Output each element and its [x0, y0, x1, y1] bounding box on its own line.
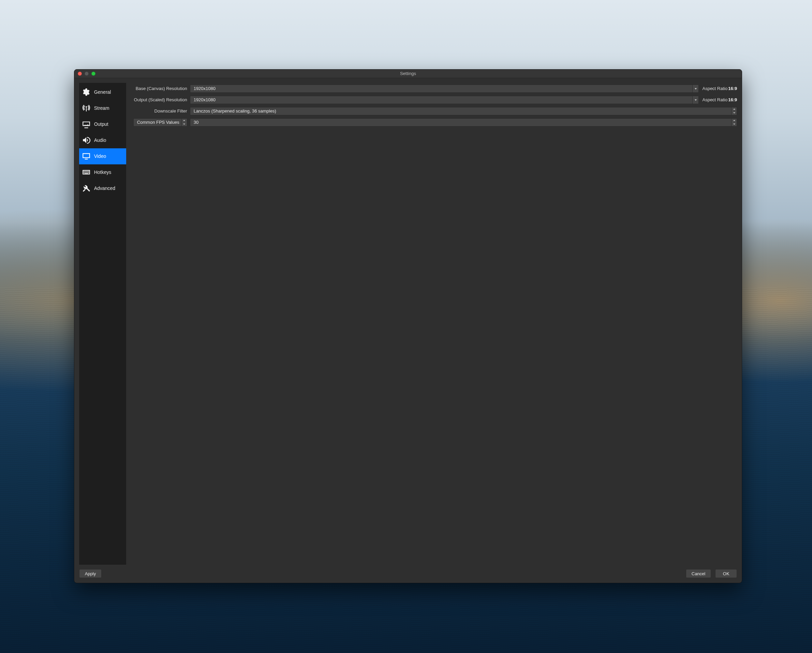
base-resolution-row: Base (Canvas) Resolution 1920x1080 Aspec…	[131, 84, 737, 93]
settings-sidebar: General Stream Output Audio	[79, 83, 126, 565]
keyboard-icon	[81, 167, 92, 177]
gear-icon	[81, 87, 92, 97]
antenna-icon	[81, 103, 92, 113]
window-controls	[74, 72, 96, 76]
fps-mode-select[interactable]: Common FPS Values	[133, 118, 187, 127]
speaker-icon	[81, 135, 92, 145]
video-settings-panel: Base (Canvas) Resolution 1920x1080 Aspec…	[131, 83, 737, 565]
output-resolution-label: Output (Scaled) Resolution	[131, 97, 187, 102]
maximize-icon[interactable]	[92, 72, 96, 76]
tools-icon	[81, 183, 92, 193]
sidebar-item-hotkeys[interactable]: Hotkeys	[79, 164, 126, 180]
chevron-down-icon[interactable]	[692, 96, 698, 104]
sidebar-item-label: Hotkeys	[94, 169, 111, 175]
fps-value: 30	[194, 120, 198, 125]
sidebar-item-label: Stream	[94, 105, 110, 111]
dialog-footer: Apply Cancel OK	[74, 568, 742, 583]
sidebar-item-label: Advanced	[94, 186, 115, 191]
sidebar-item-label: General	[94, 89, 111, 95]
downscale-filter-value: Lanczos (Sharpened scaling, 36 samples)	[194, 108, 276, 114]
close-icon[interactable]	[78, 72, 82, 76]
output-icon	[81, 119, 92, 129]
output-resolution-aspect: Aspect Ratio16:9	[702, 97, 737, 102]
sidebar-item-label: Output	[94, 121, 108, 127]
base-resolution-aspect: Aspect Ratio16:9	[702, 86, 737, 91]
minimize-icon[interactable]	[85, 72, 89, 76]
ok-button[interactable]: OK	[715, 569, 737, 578]
sidebar-item-label: Video	[94, 153, 107, 159]
fps-row: Common FPS Values 30	[131, 118, 737, 127]
downscale-filter-select[interactable]: Lanczos (Sharpened scaling, 36 samples)	[190, 107, 737, 115]
titlebar: Settings	[74, 70, 742, 78]
apply-button[interactable]: Apply	[79, 569, 102, 578]
updown-icon[interactable]	[731, 107, 737, 115]
output-resolution-row: Output (Scaled) Resolution 1920x1080 Asp…	[131, 96, 737, 104]
sidebar-item-output[interactable]: Output	[79, 116, 126, 132]
output-resolution-value: 1920x1080	[190, 97, 693, 102]
base-resolution-label: Base (Canvas) Resolution	[131, 86, 187, 91]
sidebar-item-audio[interactable]: Audio	[79, 132, 126, 148]
monitor-icon	[81, 151, 92, 161]
fps-mode-value: Common FPS Values	[137, 120, 179, 125]
updown-icon[interactable]	[731, 119, 737, 126]
sidebar-item-video[interactable]: Video	[79, 148, 126, 164]
sidebar-item-label: Audio	[94, 137, 107, 143]
downscale-filter-label: Downscale Filter	[131, 108, 187, 114]
settings-window: Settings General Stream Output	[74, 69, 742, 583]
downscale-filter-row: Downscale Filter Lanczos (Sharpened scal…	[131, 107, 737, 116]
sidebar-item-general[interactable]: General	[79, 84, 126, 100]
window-title: Settings	[74, 71, 742, 76]
cancel-button[interactable]: Cancel	[686, 569, 711, 578]
base-resolution-value: 1920x1080	[190, 86, 693, 91]
chevron-down-icon[interactable]	[692, 85, 698, 92]
base-resolution-combo[interactable]: 1920x1080	[190, 85, 699, 93]
output-resolution-combo[interactable]: 1920x1080	[190, 96, 699, 104]
sidebar-item-stream[interactable]: Stream	[79, 100, 126, 116]
updown-icon[interactable]	[182, 119, 187, 126]
sidebar-item-advanced[interactable]: Advanced	[79, 180, 126, 197]
fps-value-select[interactable]: 30	[190, 118, 737, 127]
